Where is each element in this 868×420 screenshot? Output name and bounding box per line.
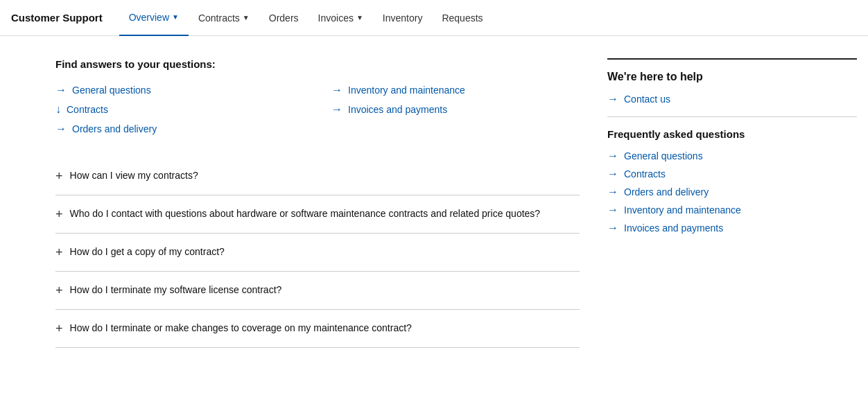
sidebar-faq-invoices[interactable]: → Invoices and payments bbox=[607, 222, 857, 234]
faq-item-3[interactable]: + How do I get a copy of my contract? bbox=[55, 234, 580, 272]
arrow-right-icon: → bbox=[331, 84, 342, 96]
nav-label-orders: Orders bbox=[269, 12, 299, 24]
faq-question-3[interactable]: + How do I get a copy of my contract? bbox=[55, 246, 580, 259]
main-content: Find answers to your questions: → Genera… bbox=[0, 36, 868, 359]
plus-icon: + bbox=[55, 284, 63, 297]
nav-item-invoices[interactable]: Invoices ▼ bbox=[309, 0, 373, 36]
top-divider bbox=[607, 58, 857, 60]
nav-item-contracts[interactable]: Contracts ▼ bbox=[189, 0, 259, 36]
help-title: We're here to help bbox=[607, 71, 857, 83]
faq-sidebar-title: Frequently asked questions bbox=[607, 128, 857, 140]
faq-question-text: How do I get a copy of my contract? bbox=[70, 246, 225, 257]
find-answers-title: Find answers to your questions: bbox=[55, 58, 580, 70]
quick-links-grid: → General questions → Inventory and main… bbox=[55, 84, 580, 135]
faq-item-5[interactable]: + How do I terminate or make changes to … bbox=[55, 310, 580, 348]
faq-item-1[interactable]: + How can I view my contracts? bbox=[55, 157, 580, 195]
faq-question-text: How can I view my contracts? bbox=[70, 170, 198, 181]
link-contracts[interactable]: ↓ Contracts bbox=[55, 103, 304, 116]
faq-item-2[interactable]: + Who do I contact with questions about … bbox=[55, 195, 580, 234]
link-inventory-maintenance[interactable]: → Inventory and maintenance bbox=[331, 84, 580, 96]
link-label: Orders and delivery bbox=[72, 123, 157, 134]
chevron-down-icon: ▼ bbox=[356, 14, 363, 21]
link-label: Invoices and payments bbox=[348, 104, 447, 115]
nav-label-invoices: Invoices bbox=[318, 12, 354, 24]
contact-us-label: Contact us bbox=[624, 94, 670, 105]
sidebar-faq-label: General questions bbox=[624, 150, 703, 161]
link-label: Contracts bbox=[67, 104, 108, 115]
faq-question-text: How do I terminate or make changes to co… bbox=[70, 322, 412, 333]
link-orders-delivery[interactable]: → Orders and delivery bbox=[55, 123, 304, 135]
arrow-right-icon: → bbox=[607, 168, 618, 180]
faq-question-1[interactable]: + How can I view my contracts? bbox=[55, 170, 580, 182]
arrow-right-icon: → bbox=[607, 93, 618, 105]
bottom-divider bbox=[607, 116, 857, 117]
plus-icon: + bbox=[55, 246, 63, 259]
sidebar-faq-label: Orders and delivery bbox=[624, 186, 709, 198]
brand-label: Customer Support bbox=[11, 12, 103, 24]
top-navigation: Customer Support Overview ▼ Contracts ▼ … bbox=[0, 0, 868, 36]
plus-icon: + bbox=[55, 208, 63, 220]
nav-label-contracts: Contracts bbox=[198, 12, 240, 24]
link-general-questions[interactable]: → General questions bbox=[55, 84, 304, 96]
nav-label-overview: Overview bbox=[129, 12, 169, 23]
sidebar-faq-label: Inventory and maintenance bbox=[624, 204, 741, 216]
nav-label-requests: Requests bbox=[442, 12, 483, 24]
contact-us-link[interactable]: → Contact us bbox=[607, 93, 857, 105]
faq-question-text: Who do I contact with questions about ha… bbox=[70, 208, 541, 219]
plus-icon: + bbox=[55, 170, 63, 182]
nav-label-inventory: Inventory bbox=[383, 12, 423, 24]
nav-item-orders[interactable]: Orders bbox=[259, 0, 309, 36]
left-panel: Find answers to your questions: → Genera… bbox=[55, 58, 580, 348]
sidebar-faq-general[interactable]: → General questions bbox=[607, 150, 857, 162]
arrow-down-icon: ↓ bbox=[55, 103, 61, 116]
link-label: General questions bbox=[72, 85, 151, 96]
sidebar-faq-label: Contracts bbox=[624, 168, 666, 180]
faq-question-4[interactable]: + How do I terminate my software license… bbox=[55, 284, 580, 297]
sidebar-faq-label: Invoices and payments bbox=[624, 222, 723, 234]
faq-question-5[interactable]: + How do I terminate or make changes to … bbox=[55, 322, 580, 335]
arrow-right-icon: → bbox=[331, 103, 342, 116]
arrow-right-icon: → bbox=[55, 84, 67, 96]
arrow-right-icon: → bbox=[55, 123, 67, 135]
sidebar-faq-contracts[interactable]: → Contracts bbox=[607, 168, 857, 180]
arrow-right-icon: → bbox=[607, 222, 618, 234]
arrow-right-icon: → bbox=[607, 186, 618, 198]
faq-question-text: How do I terminate my software license c… bbox=[70, 284, 282, 295]
nav-item-inventory[interactable]: Inventory bbox=[373, 0, 433, 36]
sidebar-faq-inventory[interactable]: → Inventory and maintenance bbox=[607, 204, 857, 216]
chevron-down-icon: ▼ bbox=[243, 14, 250, 21]
faq-question-2[interactable]: + Who do I contact with questions about … bbox=[55, 208, 580, 220]
nav-item-requests[interactable]: Requests bbox=[432, 0, 492, 36]
arrow-right-icon: → bbox=[607, 150, 618, 162]
faq-item-4[interactable]: + How do I terminate my software license… bbox=[55, 272, 580, 310]
arrow-right-icon: → bbox=[607, 204, 618, 216]
link-invoices-payments[interactable]: → Invoices and payments bbox=[331, 103, 580, 116]
sidebar-faq-orders[interactable]: → Orders and delivery bbox=[607, 186, 857, 198]
chevron-down-icon: ▼ bbox=[172, 13, 179, 21]
link-label: Inventory and maintenance bbox=[348, 85, 465, 96]
right-panel: We're here to help → Contact us Frequent… bbox=[607, 58, 857, 348]
nav-item-overview[interactable]: Overview ▼ bbox=[119, 0, 189, 36]
plus-icon: + bbox=[55, 322, 63, 335]
